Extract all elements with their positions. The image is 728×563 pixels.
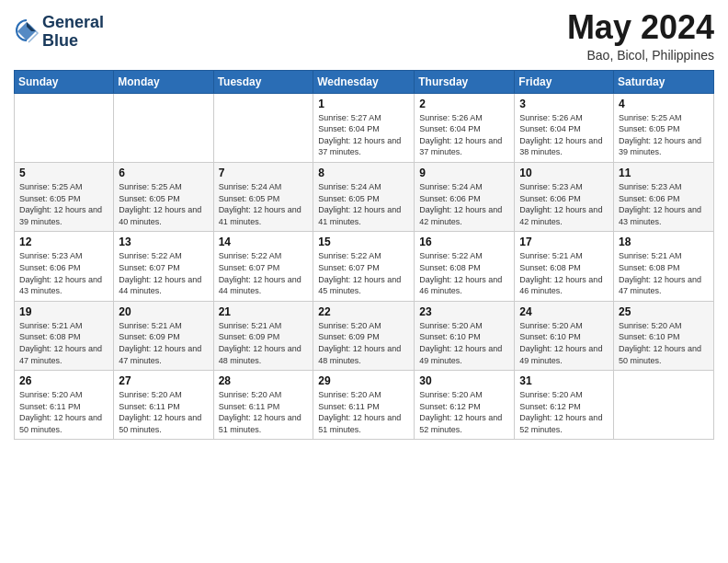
day-cell: 5Sunrise: 5:25 AMSunset: 6:05 PMDaylight…	[15, 162, 114, 231]
day-info: Sunrise: 5:20 AMSunset: 6:11 PMDaylight:…	[19, 389, 108, 435]
title-section: May 2024 Bao, Bicol, Philippines	[567, 9, 714, 63]
weekday-sunday: Sunday	[15, 70, 114, 93]
day-number: 2	[419, 98, 509, 110]
day-number: 30	[419, 374, 509, 387]
weekday-monday: Monday	[114, 70, 213, 93]
day-info: Sunrise: 5:22 AMSunset: 6:07 PMDaylight:…	[318, 250, 409, 296]
day-cell: 21Sunrise: 5:21 AMSunset: 6:09 PMDayligh…	[213, 301, 313, 370]
day-info: Sunrise: 5:22 AMSunset: 6:07 PMDaylight:…	[119, 250, 208, 296]
day-number: 5	[19, 167, 108, 179]
day-info: Sunrise: 5:20 AMSunset: 6:09 PMDaylight:…	[318, 320, 409, 366]
day-cell	[213, 93, 313, 162]
location: Bao, Bicol, Philippines	[567, 48, 714, 63]
week-row-2: 5Sunrise: 5:25 AMSunset: 6:05 PMDaylight…	[15, 162, 714, 231]
day-number: 21	[219, 305, 309, 318]
day-number: 1	[318, 98, 409, 110]
calendar: SundayMondayTuesdayWednesdayThursdayFrid…	[14, 70, 714, 441]
day-info: Sunrise: 5:21 AMSunset: 6:09 PMDaylight:…	[119, 320, 208, 366]
day-cell: 30Sunrise: 5:20 AMSunset: 6:12 PMDayligh…	[415, 371, 515, 440]
day-number: 7	[219, 167, 309, 179]
day-info: Sunrise: 5:27 AMSunset: 6:04 PMDaylight:…	[318, 112, 409, 158]
day-number: 14	[219, 236, 309, 248]
day-cell: 22Sunrise: 5:20 AMSunset: 6:09 PMDayligh…	[313, 301, 415, 370]
day-info: Sunrise: 5:25 AMSunset: 6:05 PMDaylight:…	[19, 181, 108, 227]
logo-name2: Blue	[42, 32, 104, 51]
day-number: 26	[19, 374, 108, 387]
day-cell: 23Sunrise: 5:20 AMSunset: 6:10 PMDayligh…	[415, 301, 515, 370]
day-cell: 25Sunrise: 5:20 AMSunset: 6:10 PMDayligh…	[614, 301, 714, 370]
weekday-thursday: Thursday	[415, 70, 515, 93]
day-number: 19	[19, 305, 108, 318]
day-cell: 12Sunrise: 5:23 AMSunset: 6:06 PMDayligh…	[15, 232, 114, 301]
day-cell: 6Sunrise: 5:25 AMSunset: 6:05 PMDaylight…	[114, 162, 213, 231]
page: General Blue May 2024 Bao, Bicol, Philip…	[0, 0, 728, 454]
day-number: 13	[119, 236, 208, 248]
day-info: Sunrise: 5:23 AMSunset: 6:06 PMDaylight:…	[619, 181, 709, 227]
day-cell	[114, 93, 213, 162]
day-cell: 14Sunrise: 5:22 AMSunset: 6:07 PMDayligh…	[213, 232, 313, 301]
day-cell: 24Sunrise: 5:20 AMSunset: 6:10 PMDayligh…	[515, 301, 614, 370]
day-cell	[614, 371, 714, 440]
weekday-friday: Friday	[515, 70, 614, 93]
day-cell: 8Sunrise: 5:24 AMSunset: 6:05 PMDaylight…	[313, 162, 415, 231]
logo-name1: General	[42, 14, 104, 32]
day-number: 22	[318, 305, 409, 318]
day-number: 6	[119, 167, 208, 179]
day-number: 9	[419, 167, 509, 179]
day-number: 12	[19, 236, 108, 248]
day-info: Sunrise: 5:20 AMSunset: 6:12 PMDaylight:…	[419, 389, 509, 435]
day-info: Sunrise: 5:25 AMSunset: 6:05 PMDaylight:…	[619, 112, 709, 158]
day-number: 16	[419, 236, 509, 248]
week-row-4: 19Sunrise: 5:21 AMSunset: 6:08 PMDayligh…	[15, 301, 714, 370]
day-number: 28	[219, 374, 309, 387]
day-info: Sunrise: 5:20 AMSunset: 6:12 PMDaylight:…	[519, 389, 609, 435]
day-number: 10	[519, 167, 609, 179]
week-row-5: 26Sunrise: 5:20 AMSunset: 6:11 PMDayligh…	[15, 371, 714, 440]
day-info: Sunrise: 5:22 AMSunset: 6:07 PMDaylight:…	[219, 250, 309, 296]
day-number: 4	[619, 98, 709, 110]
day-number: 20	[119, 305, 208, 318]
day-number: 8	[318, 167, 409, 179]
day-info: Sunrise: 5:20 AMSunset: 6:10 PMDaylight:…	[519, 320, 609, 366]
day-info: Sunrise: 5:20 AMSunset: 6:11 PMDaylight:…	[119, 389, 208, 435]
day-cell: 28Sunrise: 5:20 AMSunset: 6:11 PMDayligh…	[213, 371, 313, 440]
day-cell: 20Sunrise: 5:21 AMSunset: 6:09 PMDayligh…	[114, 301, 213, 370]
header: General Blue May 2024 Bao, Bicol, Philip…	[14, 9, 714, 63]
day-cell: 4Sunrise: 5:25 AMSunset: 6:05 PMDaylight…	[614, 93, 714, 162]
week-row-3: 12Sunrise: 5:23 AMSunset: 6:06 PMDayligh…	[15, 232, 714, 301]
day-info: Sunrise: 5:21 AMSunset: 6:09 PMDaylight:…	[219, 320, 309, 366]
month-year: May 2024	[567, 9, 714, 46]
day-info: Sunrise: 5:26 AMSunset: 6:04 PMDaylight:…	[419, 112, 509, 158]
day-cell: 2Sunrise: 5:26 AMSunset: 6:04 PMDaylight…	[415, 93, 515, 162]
day-number: 3	[519, 98, 609, 110]
day-info: Sunrise: 5:26 AMSunset: 6:04 PMDaylight:…	[519, 112, 609, 158]
logo-text: General Blue	[42, 14, 104, 51]
logo-icon	[14, 18, 40, 44]
day-info: Sunrise: 5:21 AMSunset: 6:08 PMDaylight:…	[519, 250, 609, 296]
day-info: Sunrise: 5:24 AMSunset: 6:05 PMDaylight:…	[219, 181, 309, 227]
week-row-1: 1Sunrise: 5:27 AMSunset: 6:04 PMDaylight…	[15, 93, 714, 162]
day-info: Sunrise: 5:21 AMSunset: 6:08 PMDaylight:…	[619, 250, 709, 296]
day-info: Sunrise: 5:22 AMSunset: 6:08 PMDaylight:…	[419, 250, 509, 296]
day-cell: 17Sunrise: 5:21 AMSunset: 6:08 PMDayligh…	[515, 232, 614, 301]
day-cell: 18Sunrise: 5:21 AMSunset: 6:08 PMDayligh…	[614, 232, 714, 301]
day-cell: 11Sunrise: 5:23 AMSunset: 6:06 PMDayligh…	[614, 162, 714, 231]
day-info: Sunrise: 5:20 AMSunset: 6:11 PMDaylight:…	[318, 389, 409, 435]
day-cell	[15, 93, 114, 162]
day-number: 27	[119, 374, 208, 387]
day-number: 15	[318, 236, 409, 248]
day-info: Sunrise: 5:25 AMSunset: 6:05 PMDaylight:…	[119, 181, 208, 227]
weekday-wednesday: Wednesday	[313, 70, 415, 93]
day-cell: 27Sunrise: 5:20 AMSunset: 6:11 PMDayligh…	[114, 371, 213, 440]
day-info: Sunrise: 5:20 AMSunset: 6:10 PMDaylight:…	[619, 320, 709, 366]
day-cell: 7Sunrise: 5:24 AMSunset: 6:05 PMDaylight…	[213, 162, 313, 231]
day-cell: 1Sunrise: 5:27 AMSunset: 6:04 PMDaylight…	[313, 93, 415, 162]
weekday-tuesday: Tuesday	[213, 70, 313, 93]
weekday-header-row: SundayMondayTuesdayWednesdayThursdayFrid…	[15, 70, 714, 93]
day-number: 18	[619, 236, 709, 248]
day-cell: 13Sunrise: 5:22 AMSunset: 6:07 PMDayligh…	[114, 232, 213, 301]
day-info: Sunrise: 5:23 AMSunset: 6:06 PMDaylight:…	[19, 250, 108, 296]
day-cell: 16Sunrise: 5:22 AMSunset: 6:08 PMDayligh…	[415, 232, 515, 301]
day-number: 23	[419, 305, 509, 318]
day-number: 17	[519, 236, 609, 248]
